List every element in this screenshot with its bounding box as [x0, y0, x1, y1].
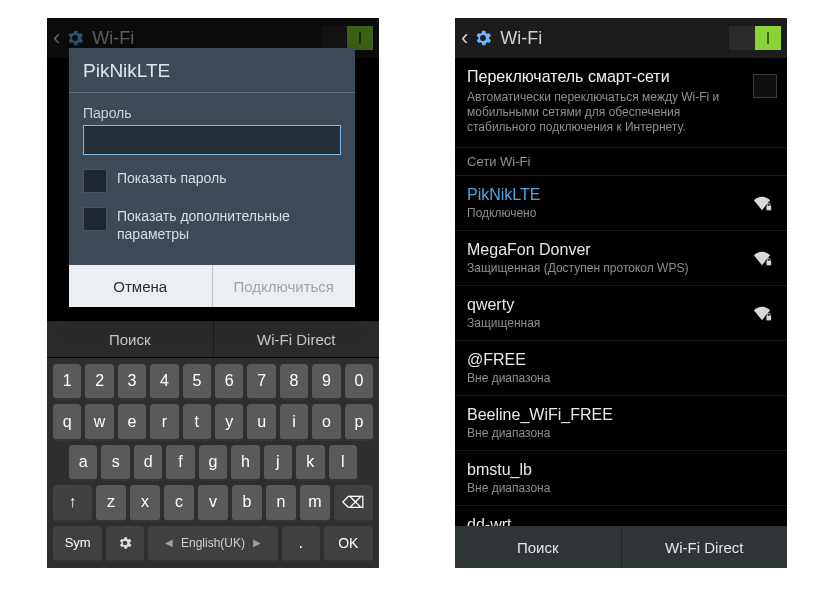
key-j[interactable]: j: [264, 445, 292, 481]
key-settings[interactable]: [106, 526, 144, 562]
key-ok[interactable]: OK: [324, 526, 373, 562]
network-item[interactable]: @FREEВне диапазона: [455, 341, 787, 396]
header-title: Wi-Fi: [500, 28, 542, 49]
key-h[interactable]: h: [231, 445, 259, 481]
network-list: PikNikLTEПодключеноMegaFon DonverЗащищен…: [455, 176, 787, 561]
key-d[interactable]: d: [134, 445, 162, 481]
network-item[interactable]: PikNikLTEПодключено: [455, 176, 787, 231]
smart-switch-checkbox[interactable]: [753, 74, 777, 98]
key-space[interactable]: ◀English(UK)▶: [148, 526, 277, 562]
network-name: bmstu_lb: [467, 461, 749, 479]
network-name: Beeline_WiFi_FREE: [467, 406, 749, 424]
svg-rect-3: [767, 261, 772, 266]
cancel-button[interactable]: Отмена: [69, 265, 212, 307]
key-7[interactable]: 7: [247, 364, 275, 400]
key-m[interactable]: m: [300, 485, 330, 521]
key-x[interactable]: x: [130, 485, 160, 521]
network-item[interactable]: Beeline_WiFi_FREEВне диапазона: [455, 396, 787, 451]
connect-button[interactable]: Подключиться: [213, 265, 356, 307]
smart-network-switch[interactable]: Переключатель смарт-сети Автоматически п…: [455, 58, 787, 148]
network-item[interactable]: MegaFon DonverЗащищенная (Доступен прото…: [455, 231, 787, 286]
network-status: Вне диапазона: [467, 371, 749, 385]
network-name: @FREE: [467, 351, 749, 369]
key-w[interactable]: w: [85, 404, 113, 440]
key-2[interactable]: 2: [85, 364, 113, 400]
key-e[interactable]: e: [118, 404, 146, 440]
key-t[interactable]: t: [183, 404, 211, 440]
password-label: Пароль: [83, 105, 341, 121]
wifi-signal-icon: [749, 194, 775, 212]
svg-rect-5: [767, 316, 772, 321]
key-0[interactable]: 0: [345, 364, 373, 400]
nav-search[interactable]: Поиск: [47, 321, 213, 357]
key-6[interactable]: 6: [215, 364, 243, 400]
key-g[interactable]: g: [199, 445, 227, 481]
network-status: Вне диапазона: [467, 481, 749, 495]
advanced-options-checkbox[interactable]: [83, 207, 107, 231]
bottom-nav: Поиск Wi-Fi Direct: [47, 321, 379, 357]
key-z[interactable]: z: [96, 485, 126, 521]
bottom-actions: Поиск Wi-Fi Direct: [455, 526, 787, 568]
key-sym[interactable]: Sym: [53, 526, 102, 562]
key-r[interactable]: r: [150, 404, 178, 440]
network-name: qwerty: [467, 296, 749, 314]
key-1[interactable]: 1: [53, 364, 81, 400]
gear-icon: [472, 27, 494, 49]
key-dot[interactable]: .: [282, 526, 320, 562]
key-v[interactable]: v: [198, 485, 228, 521]
phone-left: ‹ Wi-Fi Поиск Wi-Fi Direct PikNikLTE Пар…: [47, 18, 379, 568]
password-field[interactable]: [83, 125, 341, 155]
key-8[interactable]: 8: [280, 364, 308, 400]
network-item[interactable]: qwertyЗащищенная: [455, 286, 787, 341]
key-l[interactable]: l: [329, 445, 357, 481]
action-wifi-direct[interactable]: Wi-Fi Direct: [621, 526, 788, 568]
network-name: MegaFon Donver: [467, 241, 749, 259]
key-backspace[interactable]: ⌫: [334, 485, 373, 521]
phone-right: ‹ Wi-Fi Переключатель смарт-сети Автомат…: [455, 18, 787, 568]
key-p[interactable]: p: [345, 404, 373, 440]
key-y[interactable]: y: [215, 404, 243, 440]
network-status: Вне диапазона: [467, 426, 749, 440]
key-shift[interactable]: ↑: [53, 485, 92, 521]
action-search[interactable]: Поиск: [455, 526, 621, 568]
key-9[interactable]: 9: [312, 364, 340, 400]
network-name: PikNikLTE: [467, 186, 749, 204]
key-u[interactable]: u: [247, 404, 275, 440]
key-f[interactable]: f: [166, 445, 194, 481]
svg-rect-1: [767, 206, 772, 211]
show-password-label: Показать пароль: [117, 169, 227, 187]
network-status: Подключено: [467, 206, 749, 220]
networks-section-title: Сети Wi-Fi: [455, 148, 787, 176]
key-n[interactable]: n: [266, 485, 296, 521]
network-status: Защищенная: [467, 316, 749, 330]
key-3[interactable]: 3: [118, 364, 146, 400]
dialog-title: PikNikLTE: [69, 48, 355, 92]
divider: [69, 92, 355, 93]
wifi-signal-icon: [749, 249, 775, 267]
key-4[interactable]: 4: [150, 364, 178, 400]
wifi-signal-icon: [749, 304, 775, 322]
key-c[interactable]: c: [164, 485, 194, 521]
network-status: Защищенная (Доступен протокол WPS): [467, 261, 749, 275]
back-icon[interactable]: ‹: [461, 25, 472, 51]
key-b[interactable]: b: [232, 485, 262, 521]
key-k[interactable]: k: [296, 445, 324, 481]
advanced-options-label: Показать дополнительные параметры: [117, 207, 341, 243]
key-s[interactable]: s: [101, 445, 129, 481]
key-o[interactable]: o: [312, 404, 340, 440]
header: ‹ Wi-Fi: [455, 18, 787, 58]
key-5[interactable]: 5: [183, 364, 211, 400]
wifi-toggle[interactable]: [729, 26, 781, 50]
show-password-checkbox[interactable]: [83, 169, 107, 193]
smart-switch-title: Переключатель смарт-сети: [467, 68, 775, 86]
nav-wifi-direct[interactable]: Wi-Fi Direct: [213, 321, 380, 357]
wifi-connect-dialog: PikNikLTE Пароль Показать пароль Показат…: [69, 48, 355, 307]
smart-switch-desc: Автоматически переключаться между Wi-Fi …: [467, 90, 775, 135]
network-item[interactable]: bmstu_lbВне диапазона: [455, 451, 787, 506]
key-a[interactable]: a: [69, 445, 97, 481]
key-q[interactable]: q: [53, 404, 81, 440]
key-i[interactable]: i: [280, 404, 308, 440]
keyboard: 1234567890 qwertyuiop asdfghjkl ↑zxcvbnm…: [47, 358, 379, 568]
